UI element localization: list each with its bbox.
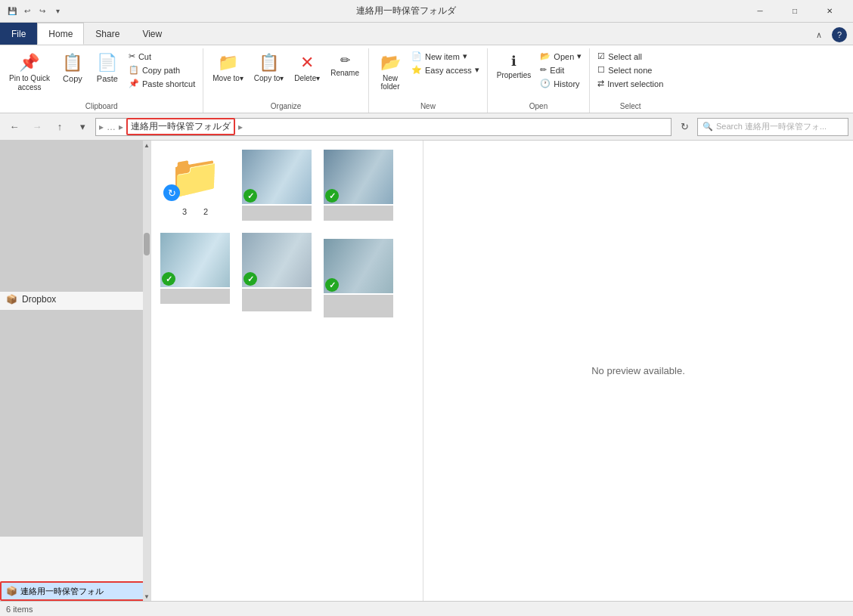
title-bar-icons: 💾 ↩ ↪ ▾ [6, 5, 64, 17]
properties-label: Properties [497, 71, 532, 79]
tab-share[interactable]: Share [84, 23, 131, 45]
clipboard-content: 📌 Pin to Quickaccess 📋 Copy 📄 Paste ✂ Cu… [5, 50, 198, 101]
search-placeholder: Search 連絡用一時保管フォ... [716, 121, 827, 132]
properties-button[interactable]: ℹ Properties [492, 50, 536, 82]
list-item[interactable]: ✓ [157, 230, 233, 320]
copy-button-large[interactable]: 📋 Copy [56, 50, 89, 86]
new-folder-button[interactable]: 📂 Newfolder [374, 50, 407, 94]
cut-button[interactable]: ✂ Cut [126, 50, 198, 63]
history-label: History [554, 79, 579, 88]
delete-label: Delete▾ [294, 74, 320, 82]
new-item-button[interactable]: 📄 New item ▾ [408, 50, 482, 63]
copy-to-button[interactable]: 📋 Copy to▾ [250, 50, 288, 85]
dropbox-label: Dropbox [22, 294, 56, 305]
copy-path-label: Copy path [142, 66, 180, 75]
nav-scrollbar[interactable]: ▲ ▼ [143, 141, 150, 601]
address-path[interactable]: ▸ … ▸ 連絡用一時保管フォルダ ▸ [95, 118, 672, 136]
content-area: 📁 ↻ 3 2 ✓ ✓ [151, 141, 853, 601]
nav-item-dropbox[interactable]: 📦 Dropbox [0, 292, 150, 307]
title-bar: 💾 ↩ ↪ ▾ 連絡用一時保管フォルダ ─ □ ✕ [0, 0, 853, 23]
tab-view[interactable]: View [131, 23, 173, 45]
invert-selection-button[interactable]: ⇄ Invert selection [594, 77, 666, 90]
edit-icon: ✏ [540, 65, 547, 75]
paste-shortcut-icon: 📌 [129, 79, 139, 88]
list-item[interactable]: ✓ [239, 147, 315, 224]
paste-shortcut-button[interactable]: 📌 Paste shortcut [126, 77, 198, 90]
folder-badge: ↻ [163, 184, 180, 201]
cut-label: Cut [138, 52, 151, 61]
save-icon: 💾 [6, 5, 18, 17]
file-list: 📁 ↻ 3 2 ✓ ✓ [151, 141, 423, 601]
address-chevron: ▸ [119, 122, 123, 132]
filename-bar-1 [242, 206, 312, 221]
maximize-button[interactable]: □ [777, 0, 812, 23]
organize-label: Organize [271, 102, 302, 113]
pin-label: Pin to Quickaccess [9, 74, 50, 92]
nav-scroll-up[interactable]: ▲ [143, 141, 150, 150]
paste-button-large[interactable]: 📄 Paste [91, 50, 124, 86]
open-button[interactable]: 📂 Open ▾ [537, 50, 585, 63]
ribbon-collapse-button[interactable]: ∧ [809, 25, 829, 45]
current-folder-label[interactable]: 連絡用一時保管フォルダ [126, 118, 235, 135]
rename-button[interactable]: ✏ Rename [326, 50, 364, 80]
new-folder-icon: 📂 [380, 53, 401, 73]
dental-thumbnail-4: ✓ [242, 233, 312, 287]
move-to-button[interactable]: 📁 Move to▾ [208, 50, 248, 85]
dental-thumbnail-5: ✓ [324, 239, 393, 293]
back-button[interactable]: ← [5, 117, 24, 137]
search-box[interactable]: 🔍 Search 連絡用一時保管フォ... [697, 118, 848, 136]
tab-home[interactable]: Home [37, 23, 84, 45]
select-none-icon: ☐ [597, 65, 605, 75]
select-all-button[interactable]: ☑ Select all [594, 50, 666, 63]
list-item[interactable]: ✓ [239, 230, 315, 320]
address-separator: ▸ [99, 122, 104, 132]
window-controls: ─ □ ✕ [743, 0, 847, 23]
easy-access-button[interactable]: ⭐ Easy access ▾ [408, 63, 482, 76]
select-none-button[interactable]: ☐ Select none [594, 63, 666, 76]
undo-icon: ↩ [21, 5, 33, 17]
edit-label: Edit [550, 66, 564, 75]
select-label: Select [620, 102, 641, 113]
minimize-button[interactable]: ─ [743, 0, 777, 23]
invert-icon: ⇄ [597, 79, 604, 88]
help-button[interactable]: ? [832, 27, 847, 42]
invert-label: Invert selection [607, 79, 663, 88]
dental-thumbnail-2: ✓ [324, 150, 393, 204]
rename-icon: ✏ [340, 53, 350, 67]
copy-large-label: Copy [63, 74, 82, 83]
edit-button[interactable]: ✏ Edit [537, 63, 585, 76]
new-small-col: 📄 New item ▾ ⭐ Easy access ▾ [408, 50, 482, 76]
nav-scroll-thumb [144, 233, 150, 255]
list-item[interactable]: ✓ [321, 236, 396, 320]
tab-file[interactable]: File [0, 23, 37, 45]
copy-path-button[interactable]: 📋 Copy path [126, 63, 198, 76]
history-button[interactable]: 🕐 History [537, 77, 585, 90]
open-content: ℹ Properties 📂 Open ▾ ✏ Edit 🕐 History [492, 50, 585, 101]
select-col: ☑ Select all ☐ Select none ⇄ Invert sele… [594, 50, 666, 90]
organize-content: 📁 Move to▾ 📋 Copy to▾ ✕ Delete▾ ✏ Rename [208, 50, 364, 101]
list-item[interactable]: 📁 ↻ 3 2 [157, 147, 233, 224]
nav-scroll-down[interactable]: ▼ [143, 592, 150, 601]
copy-large-icon: 📋 [62, 53, 82, 73]
taskbar-current-item[interactable]: 📦 連絡用一時保管フォル [0, 581, 150, 601]
up-button[interactable]: ↑ [50, 117, 70, 137]
pin-to-quick-access-button[interactable]: 📌 Pin to Quickaccess [5, 50, 54, 95]
check-badge-1: ✓ [243, 189, 257, 203]
new-item-label: New item [425, 52, 460, 61]
move-icon: 📁 [218, 53, 238, 73]
ribbon-group-clipboard: 📌 Pin to Quickaccess 📋 Copy 📄 Paste ✂ Cu… [0, 48, 203, 113]
select-none-label: Select none [608, 66, 652, 75]
cut-icon: ✂ [129, 51, 135, 61]
close-button[interactable]: ✕ [812, 0, 847, 23]
dropbox-icon: 📦 [6, 294, 17, 305]
list-item[interactable]: ✓ [321, 147, 396, 224]
dropdown-icon[interactable]: ▾ [51, 5, 64, 17]
delete-button[interactable]: ✕ Delete▾ [290, 50, 324, 85]
check-badge-3: ✓ [162, 272, 175, 286]
recent-locations-button[interactable]: ▾ [73, 117, 92, 137]
preview-pane: No preview available. [423, 141, 853, 601]
refresh-button[interactable]: ↻ [675, 117, 694, 137]
new-label: New [420, 102, 436, 113]
forward-button[interactable]: → [27, 117, 47, 137]
folder-thumbnail: 📁 ↻ [160, 150, 230, 204]
